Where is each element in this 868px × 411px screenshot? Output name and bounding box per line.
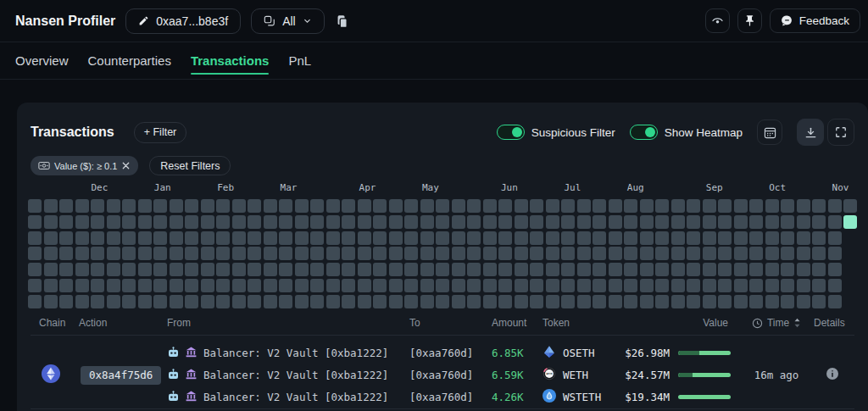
heatmap-cell[interactable] [812,263,826,276]
heatmap-cell[interactable] [781,279,794,292]
heatmap-cell[interactable] [28,263,42,276]
heatmap-cell[interactable] [248,215,261,229]
heatmap-cell[interactable] [373,199,387,213]
heatmap-cell[interactable] [546,247,559,260]
heatmap-cell[interactable] [201,263,214,276]
heatmap-cell[interactable] [640,279,654,292]
heatmap-cell[interactable] [483,231,497,245]
heatmap-cell[interactable] [765,247,779,260]
suspicious-filter-toggle[interactable] [497,125,525,140]
heatmap-cell[interactable] [655,199,669,213]
heatmap-cell[interactable] [797,295,810,308]
heatmap-cell[interactable] [185,279,198,292]
heatmap-cell[interactable] [609,247,622,260]
heatmap-cell[interactable] [655,279,669,292]
heatmap-cell[interactable] [530,295,543,308]
heatmap-cell[interactable] [153,231,167,245]
heatmap-cell[interactable] [812,231,826,245]
heatmap-cell[interactable] [436,247,449,260]
heatmap-cell[interactable] [358,215,371,229]
heatmap-cell[interactable] [797,231,810,245]
heatmap-cell[interactable] [828,199,842,213]
heatmap-cell[interactable] [498,279,512,292]
heatmap-cell[interactable] [436,279,449,292]
heatmap-cell[interactable] [687,279,700,292]
heatmap-cell[interactable] [153,279,167,292]
heatmap-cell[interactable] [718,199,732,213]
heatmap-cell[interactable] [404,263,418,276]
heatmap-cell[interactable] [467,263,481,276]
heatmap-cell[interactable] [467,199,481,213]
download-button[interactable] [797,119,824,146]
heatmap-cell[interactable] [170,247,183,260]
heatmap-cell[interactable] [498,295,512,308]
heatmap-cell[interactable] [91,215,104,229]
col-header-token[interactable]: Token [534,317,615,329]
heatmap-cell[interactable] [170,295,183,308]
heatmap-cell[interactable] [279,199,292,213]
heatmap-cell[interactable] [843,199,857,213]
heatmap-cell[interactable] [122,279,136,292]
heatmap-cell[interactable] [687,247,700,260]
heatmap-cell[interactable] [671,295,685,308]
heatmap-cell[interactable] [216,231,230,245]
from-entry[interactable]: Balancer: V2 Vault [0xba1222] [159,386,401,408]
heatmap-cell[interactable] [515,295,528,308]
heatmap-cell[interactable] [153,263,167,276]
heatmap-cell[interactable] [216,247,230,260]
heatmap-cell[interactable] [828,263,842,276]
heatmap-cell[interactable] [671,279,685,292]
heatmap-cell[interactable] [515,231,528,245]
heatmap-cell[interactable] [295,215,309,229]
from-entry[interactable]: Balancer: V2 Vault [0xba1222] [159,364,401,386]
heatmap-cell[interactable] [232,279,246,292]
heatmap-cell[interactable] [404,215,418,229]
heatmap-cell[interactable] [373,215,387,229]
heatmap-cell[interactable] [515,279,528,292]
heatmap-cell[interactable] [530,247,543,260]
heatmap-cell[interactable] [655,263,669,276]
heatmap-cell[interactable] [201,295,214,308]
heatmap-cell[interactable] [561,199,575,213]
heatmap-cell[interactable] [342,295,355,308]
col-header-value[interactable]: Value [615,317,731,329]
heatmap-cell[interactable] [28,199,42,213]
value-filter-chip[interactable]: Value ($): ≥ 0.1 [31,156,138,175]
heatmap-cell[interactable] [373,295,387,308]
heatmap-cell[interactable] [530,279,543,292]
heatmap-cell[interactable] [452,215,465,229]
heatmap-cell[interactable] [734,215,748,229]
heatmap-cell[interactable] [483,263,497,276]
heatmap-cell[interactable] [153,295,167,308]
heatmap-cell[interactable] [624,295,637,308]
heatmap-cell[interactable] [828,215,842,229]
heatmap-cell[interactable] [138,199,152,213]
heatmap-cell[interactable] [577,279,591,292]
heatmap-cell[interactable] [295,247,309,260]
heatmap-cell[interactable] [232,199,246,213]
heatmap-cell[interactable] [264,199,277,213]
heatmap-cell[interactable] [170,279,183,292]
action-method-chip[interactable]: 0x8a4f75d6 [81,366,161,385]
token-entry[interactable]: WETHWETH [534,364,615,386]
heatmap-cell[interactable] [310,263,324,276]
col-header-time[interactable]: Time [731,317,810,329]
heatmap-cell[interactable] [44,295,58,308]
heatmap-cell[interactable] [342,215,355,229]
heatmap-cell[interactable] [828,279,842,292]
heatmap-cell[interactable] [122,295,136,308]
heatmap-cell[interactable] [358,199,371,213]
heatmap-cell[interactable] [75,279,89,292]
heatmap-cell[interactable] [530,263,543,276]
heatmap-cell[interactable] [734,199,748,213]
heatmap-cell[interactable] [843,215,857,229]
heatmap-cell[interactable] [122,247,136,260]
heatmap-cell[interactable] [530,231,543,245]
heatmap-cell[interactable] [734,279,748,292]
heatmap-cell[interactable] [781,231,794,245]
pin-button[interactable] [737,8,762,33]
heatmap-cell[interactable] [812,199,826,213]
heatmap-cell[interactable] [546,231,559,245]
heatmap-cell[interactable] [593,279,606,292]
heatmap-cell[interactable] [279,295,292,308]
